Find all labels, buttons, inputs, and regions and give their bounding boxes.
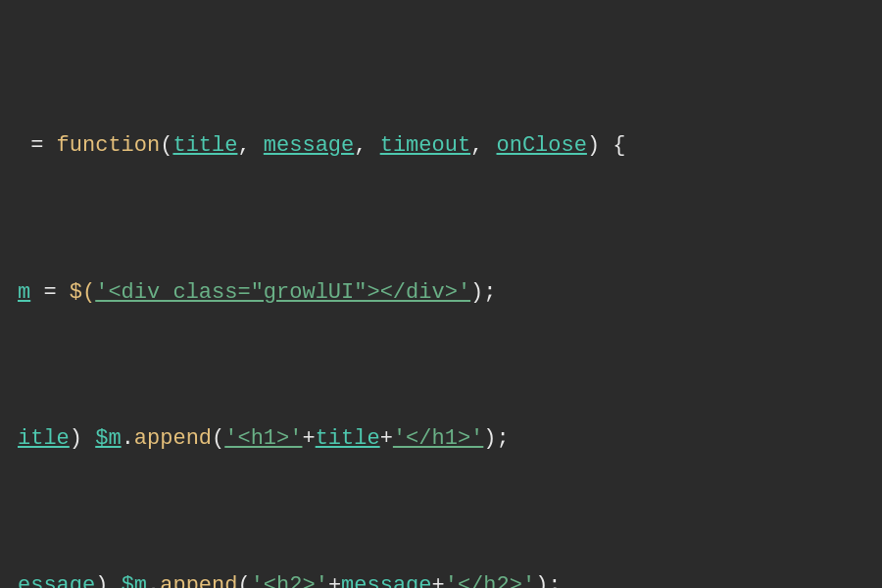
code-line-4: essage) $m.append('<h2>'+message+'</h2>'… xyxy=(10,567,882,588)
code-line-3: itle) $m.append('<h1>'+title+'</h1>'); xyxy=(10,420,882,457)
code-line-1: = function(title, message, timeout, onCl… xyxy=(10,127,882,164)
code-editor: = function(title, message, timeout, onCl… xyxy=(0,18,882,588)
code-line-2: m = $('<div class="growlUI"></div>'); xyxy=(10,274,882,311)
